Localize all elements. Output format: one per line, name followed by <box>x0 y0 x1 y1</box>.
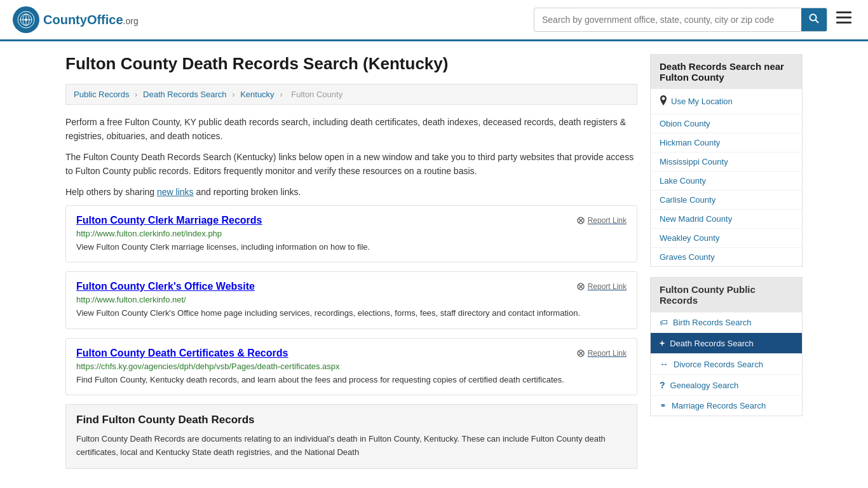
public-record-death[interactable]: + Death Records Search <box>651 332 802 353</box>
nearby-hickman: Hickman County <box>651 133 802 152</box>
nearby-carlisle: Carlisle County <box>651 190 802 209</box>
page-title: Fulton County Death Records Search (Kent… <box>65 54 637 74</box>
report-link-1[interactable]: Report Link <box>576 216 627 225</box>
search-input[interactable] <box>534 10 801 30</box>
result-title-2: Fulton County Clerk's Office Website Rep… <box>76 281 627 292</box>
result-card-2: Fulton County Clerk's Office Website Rep… <box>65 271 637 329</box>
header: CountyOffice.org <box>0 0 868 41</box>
svg-rect-8 <box>836 11 851 13</box>
nearby-mississippi: Mississippi County <box>651 152 802 171</box>
nearby-link-obion[interactable]: Obion County <box>660 119 710 128</box>
logo-area: CountyOffice.org <box>13 6 139 33</box>
result-desc-2: View Fulton County Clerk's Office home p… <box>76 307 627 320</box>
menu-button[interactable] <box>832 8 855 32</box>
result-url-1: http://www.fulton.clerkinfo.net/index.ph… <box>76 229 627 238</box>
svg-point-5 <box>25 18 27 21</box>
breadcrumb-current: Fulton County <box>291 90 342 99</box>
find-section: Find Fulton County Death Records Fulton … <box>65 404 637 469</box>
use-my-location[interactable]: Use My Location <box>671 97 733 106</box>
new-links[interactable]: new links <box>157 187 194 197</box>
sidebar: Death Records Search near Fulton County … <box>650 54 803 469</box>
death-icon: + <box>660 338 665 348</box>
birth-records-link[interactable]: Birth Records Search <box>673 318 752 327</box>
death-records-label: Death Records Search <box>670 339 754 348</box>
main-container: Fulton County Death Records Search (Kent… <box>53 41 815 482</box>
sidebar-public-records-header: Fulton County Public Records <box>651 278 802 312</box>
sidebar-use-location: Use My Location <box>651 89 802 114</box>
nearby-link-graves[interactable]: Graves County <box>660 252 715 262</box>
marriage-icon: ⚭ <box>660 401 667 410</box>
search-button[interactable] <box>801 8 827 31</box>
find-title: Find Fulton County Death Records <box>76 414 627 426</box>
svg-rect-9 <box>836 17 851 18</box>
nearby-link-mississippi[interactable]: Mississippi County <box>660 157 728 166</box>
divorce-icon: ↔ <box>660 359 668 369</box>
intro-paragraph-3: Help others by sharing new links and rep… <box>65 185 637 199</box>
public-record-birth[interactable]: 🏷 Birth Records Search <box>651 312 802 332</box>
result-url-2: http://www.fulton.clerkinfo.net/ <box>76 295 627 304</box>
intro-paragraph-1: Perform a free Fulton County, KY public … <box>65 115 637 144</box>
result-desc-1: View Fulton County Clerk marriage licens… <box>76 241 627 254</box>
svg-rect-10 <box>836 22 851 24</box>
sidebar-public-records: Fulton County Public Records 🏷 Birth Rec… <box>650 277 803 416</box>
nearby-link-new-madrid[interactable]: New Madrid County <box>660 214 732 224</box>
find-paragraph: Fulton County Death Records are document… <box>76 433 627 459</box>
result-title-1: Fulton County Clerk Marriage Records Rep… <box>76 215 627 226</box>
report-link-2[interactable]: Report Link <box>576 282 627 291</box>
nearby-obion: Obion County <box>651 114 802 133</box>
result-link-1[interactable]: Fulton County Clerk Marriage Records <box>76 215 262 226</box>
public-record-genealogy[interactable]: ? Genealogy Search <box>651 374 802 395</box>
intro-paragraph-2: The Fulton County Death Records Search (… <box>65 150 637 179</box>
public-record-marriage[interactable]: ⚭ Marriage Records Search <box>651 395 802 416</box>
birth-icon: 🏷 <box>660 318 668 327</box>
pin-icon <box>660 95 667 107</box>
nearby-graves: Graves County <box>651 247 802 266</box>
result-link-2[interactable]: Fulton County Clerk's Office Website <box>76 281 255 292</box>
nearby-link-carlisle[interactable]: Carlisle County <box>660 195 715 205</box>
search-area <box>534 8 855 32</box>
logo-text: CountyOffice.org <box>43 13 139 27</box>
logo-icon <box>13 6 39 33</box>
genealogy-icon: ? <box>660 380 665 390</box>
search-box <box>534 8 827 32</box>
nearby-link-hickman[interactable]: Hickman County <box>660 138 720 147</box>
nearby-new-madrid: New Madrid County <box>651 209 802 228</box>
svg-line-7 <box>816 20 819 24</box>
breadcrumb-kentucky[interactable]: Kentucky <box>240 90 274 99</box>
result-card-3: Fulton County Death Certificates & Recor… <box>65 338 637 396</box>
svg-point-6 <box>810 15 817 21</box>
result-desc-3: Find Fulton County, Kentucky death recor… <box>76 374 627 386</box>
nearby-weakley: Weakley County <box>651 228 802 247</box>
marriage-records-link[interactable]: Marriage Records Search <box>672 401 766 410</box>
result-title-3: Fulton County Death Certificates & Recor… <box>76 348 627 359</box>
sidebar-nearby: Death Records Search near Fulton County … <box>650 54 803 267</box>
nearby-link-lake[interactable]: Lake County <box>660 176 706 186</box>
result-url-3: https://chfs.ky.gov/agencies/dph/dehp/vs… <box>76 362 627 371</box>
content-area: Fulton County Death Records Search (Kent… <box>65 54 637 469</box>
result-card-1: Fulton County Clerk Marriage Records Rep… <box>65 205 637 263</box>
nearby-lake: Lake County <box>651 171 802 190</box>
divorce-records-link[interactable]: Divorce Records Search <box>674 360 763 369</box>
sidebar-nearby-header: Death Records Search near Fulton County <box>651 55 802 89</box>
public-record-divorce[interactable]: ↔ Divorce Records Search <box>651 353 802 374</box>
nearby-link-weakley[interactable]: Weakley County <box>660 233 719 243</box>
breadcrumb-death-records[interactable]: Death Records Search <box>143 90 227 99</box>
report-link-3[interactable]: Report Link <box>576 349 627 358</box>
breadcrumb-public-records[interactable]: Public Records <box>74 90 129 99</box>
genealogy-link[interactable]: Genealogy Search <box>670 381 739 390</box>
breadcrumb: Public Records › Death Records Search › … <box>65 84 637 105</box>
result-link-3[interactable]: Fulton County Death Certificates & Recor… <box>76 348 288 359</box>
